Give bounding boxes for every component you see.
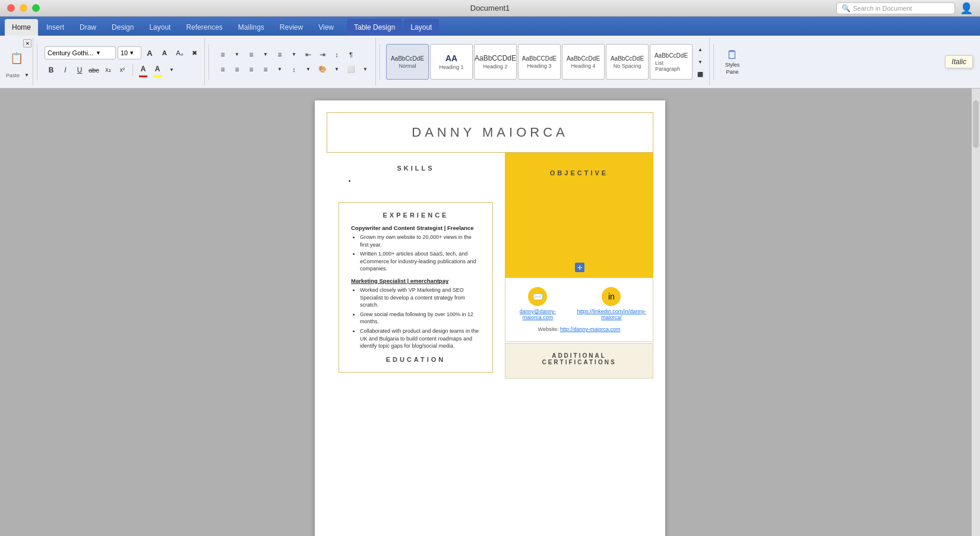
- font-size-decrease[interactable]: A: [158, 47, 171, 59]
- tab-view[interactable]: View: [311, 19, 341, 36]
- highlight-color-button[interactable]: A: [151, 62, 164, 75]
- numbering-button[interactable]: ≡: [245, 49, 258, 61]
- indent-increase[interactable]: ⇥: [316, 49, 329, 61]
- font-name-selector[interactable]: Century Gothi... ▼: [45, 46, 116, 59]
- additional-title: ADDITIONALCERTIFICATIONS: [514, 352, 644, 365]
- superscript-button[interactable]: x²: [116, 64, 129, 77]
- multilevel-dropdown[interactable]: ▼: [287, 49, 301, 61]
- subscript-button[interactable]: x₂: [102, 64, 115, 77]
- style-normal-preview: AaBbCcDdE: [391, 55, 424, 62]
- divider2: [132, 64, 133, 76]
- justify-dropdown[interactable]: ▼: [273, 64, 286, 75]
- linkedin-link[interactable]: https://linkedin.com/in/danny-maiorca/: [576, 308, 647, 320]
- font-size-dropdown-icon: ▼: [129, 50, 134, 56]
- scroll-thumb[interactable]: [973, 100, 979, 148]
- maximize-button[interactable]: [32, 4, 40, 12]
- bullets-button[interactable]: ≡: [216, 49, 229, 61]
- style-heading3-preview: AaBbCCDdE: [522, 55, 557, 62]
- close-button[interactable]: [7, 4, 15, 12]
- style-normal[interactable]: AaBbCcDdE Normal: [386, 44, 429, 80]
- divider4: [380, 44, 380, 80]
- underline-button[interactable]: U: [73, 64, 86, 77]
- strikethrough-button[interactable]: abc: [87, 64, 100, 77]
- window-controls[interactable]: [7, 4, 40, 12]
- styles-scroll-down[interactable]: ▼: [694, 56, 707, 68]
- text-color-dropdown[interactable]: ▼: [165, 64, 178, 76]
- clear-format-button[interactable]: ✖: [188, 47, 201, 59]
- style-no-spacing[interactable]: AaBbCcDdE No Spacing: [606, 44, 649, 80]
- job1-bullet1: Grown my own website to 20,000+ views in…: [360, 234, 480, 248]
- tab-layout[interactable]: Layout: [142, 19, 178, 36]
- change-case-button[interactable]: Aₐ: [173, 47, 186, 59]
- tab-review[interactable]: Review: [273, 19, 310, 36]
- multilevel-button[interactable]: ≡: [273, 49, 286, 61]
- text-highlight-button[interactable]: A: [137, 62, 150, 75]
- sort-button[interactable]: ↕: [330, 49, 343, 61]
- font-size-increase[interactable]: A: [143, 47, 156, 59]
- ribbon-tab-bar: Home Insert Draw Design Layout Reference…: [0, 17, 980, 36]
- divider3: [208, 44, 209, 80]
- indent-decrease[interactable]: ⇤: [302, 49, 315, 61]
- resume-body: SKILLS EXPERIENCE Copywriter and Content…: [327, 153, 653, 379]
- job2-bullet3: Collaborated with product and design tea…: [360, 327, 480, 350]
- style-heading1[interactable]: AA Heading 1: [430, 44, 473, 80]
- line-spacing-button[interactable]: ↕: [287, 64, 301, 75]
- tab-mailings[interactable]: Mailings: [231, 19, 271, 36]
- search-placeholder: Search in Document: [853, 5, 912, 12]
- style-heading4[interactable]: AaBbCcDdE Heading 4: [562, 44, 605, 80]
- education-title: EDUCATION: [351, 356, 480, 363]
- align-center-button[interactable]: ≡: [230, 64, 244, 75]
- paste-button[interactable]: 📋: [6, 45, 27, 71]
- tab-references[interactable]: References: [179, 19, 229, 36]
- tab-layout2[interactable]: Layout: [403, 19, 439, 36]
- app-body: DANNY MAIORCA ✛ SKILLS: [0, 89, 980, 536]
- bold-button[interactable]: B: [45, 64, 58, 77]
- job2-bullet1: Worked closely with VP Marketing and SEO…: [360, 286, 480, 309]
- styles-pane-button[interactable]: 🗒 StylesPane: [717, 41, 747, 83]
- linkedin-icon: in: [602, 287, 621, 306]
- styles-scroll-up[interactable]: ▲: [694, 43, 707, 55]
- email-link[interactable]: danny@danny-maiorca.com: [511, 308, 564, 320]
- line-spacing-dropdown[interactable]: ▼: [302, 64, 315, 75]
- tab-home[interactable]: Home: [5, 19, 38, 36]
- shading-dropdown[interactable]: ▼: [330, 64, 343, 75]
- align-left-button[interactable]: ≡: [216, 64, 229, 75]
- borders-dropdown[interactable]: ▼: [359, 64, 372, 75]
- search-box[interactable]: 🔍 Search in Document: [836, 2, 955, 14]
- font-size-selector[interactable]: 10 ▼: [118, 46, 141, 59]
- italic-button[interactable]: I: [59, 64, 72, 77]
- shading-button[interactable]: 🎨: [316, 64, 329, 75]
- align-right-button[interactable]: ≡: [245, 64, 258, 75]
- style-list-paragraph[interactable]: AaBbCcDdE List Paragraph: [650, 44, 693, 80]
- job1-title: Copywriter and Content Strategist | Free…: [351, 225, 480, 231]
- numbering-dropdown[interactable]: ▼: [259, 49, 272, 61]
- font-name-value: Century Gothi...: [48, 49, 93, 56]
- contact-section: ✉️ danny@danny-maiorca.com in https://li…: [505, 278, 653, 342]
- tab-draw[interactable]: Draw: [72, 19, 103, 36]
- justify-button[interactable]: ≡: [259, 64, 272, 75]
- paste-label: Paste: [6, 72, 20, 78]
- style-heading3[interactable]: AaBbCCDdE Heading 3: [518, 44, 561, 80]
- style-heading1-preview: AA: [445, 53, 457, 63]
- scrollbar[interactable]: [972, 89, 980, 536]
- title-bar: Document1 🔍 Search in Document 👤: [0, 0, 980, 17]
- table-move-handle[interactable]: ✛: [575, 263, 584, 272]
- tab-design[interactable]: Design: [105, 19, 141, 36]
- styles-scroll[interactable]: ▲ ▼ ⬛: [694, 43, 707, 80]
- minimize-button[interactable]: [20, 4, 27, 12]
- linkedin-contact: in https://linkedin.com/in/danny-maiorca…: [576, 287, 647, 320]
- styles-more[interactable]: ⬛: [694, 68, 707, 80]
- styles-pane-icon: 🗒: [726, 48, 738, 62]
- paste-dropdown[interactable]: ▼: [23, 71, 30, 78]
- skills-title: SKILLS: [339, 159, 493, 172]
- tab-table-design[interactable]: Table Design: [347, 19, 402, 36]
- tab-insert[interactable]: Insert: [39, 19, 71, 36]
- show-marks-button[interactable]: ¶: [344, 49, 358, 61]
- website-link[interactable]: http://danny-maiorca.com: [560, 326, 621, 332]
- style-heading2[interactable]: AaBbCCDdE Heading 2: [474, 44, 517, 80]
- style-heading2-label: Heading 2: [483, 64, 507, 70]
- borders-button[interactable]: ⬜: [344, 64, 358, 75]
- text-highlight-control: A: [137, 62, 150, 77]
- job1-bullet2: Written 1,000+ articles about SaaS, tech…: [360, 250, 480, 273]
- bullets-dropdown[interactable]: ▼: [230, 49, 244, 61]
